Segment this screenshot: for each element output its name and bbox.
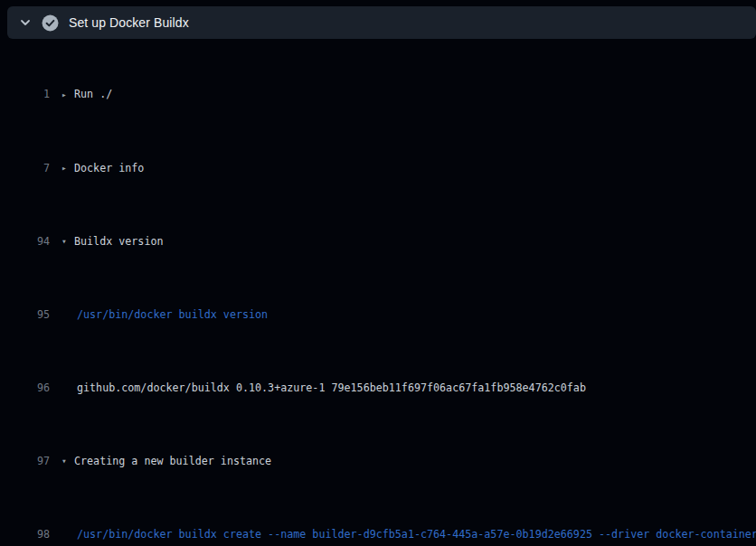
chevron-down-icon[interactable] (16, 14, 34, 32)
line-number-link[interactable]: 97 (0, 452, 50, 471)
check-circle-icon (41, 14, 59, 32)
line-number-link[interactable]: 7 (0, 159, 50, 178)
log-text: /usr/bin/docker buildx create --name bui… (77, 528, 756, 541)
log-text: Docker info (74, 162, 144, 174)
log-text: Buildx version (74, 235, 164, 248)
disclosure-triangle-icon: ▸ (61, 86, 74, 104)
step-header[interactable]: Set up Docker Buildx (7, 6, 756, 39)
line-number-link[interactable]: 96 (0, 379, 50, 397)
log-row: 95 /usr/bin/docker buildx version (0, 306, 756, 324)
line-number-link[interactable]: 98 (0, 525, 50, 543)
log-area: 1 ▸Run ./ 7 ▸Docker info 94 ▾Buildx vers… (0, 49, 756, 546)
log-row[interactable]: 1 ▸Run ./ (0, 85, 756, 104)
disclosure-triangle-icon: ▸ (61, 159, 74, 177)
step-title: Set up Docker Buildx (69, 15, 189, 30)
log-text: Creating a new builder instance (74, 455, 271, 467)
disclosure-triangle-icon: ▾ (61, 452, 74, 470)
log-row: 96 github.com/docker/buildx 0.10.3+azure… (0, 379, 756, 397)
log-text: github.com/docker/buildx 0.10.3+azure-1 … (77, 381, 586, 394)
line-number-link[interactable]: 95 (0, 306, 50, 324)
log-text: /usr/bin/docker buildx version (77, 308, 268, 321)
log-text: Run ./ (74, 88, 112, 100)
log-row[interactable]: 7 ▸Docker info (0, 159, 756, 178)
log-row: 98 /usr/bin/docker buildx create --name … (0, 525, 756, 543)
line-number-link[interactable]: 1 (0, 85, 50, 104)
log-row[interactable]: 94 ▾Buildx version (0, 232, 756, 251)
line-number-link[interactable]: 94 (0, 232, 50, 251)
log-row[interactable]: 97 ▾Creating a new builder instance (0, 452, 756, 471)
disclosure-triangle-icon: ▾ (61, 232, 74, 250)
